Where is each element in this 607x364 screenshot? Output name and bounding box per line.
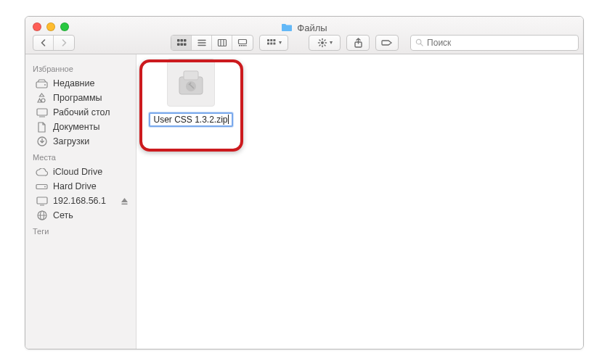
documents-icon [36, 122, 48, 132]
folder-icon [281, 23, 293, 32]
sidebar-item-label: Документы [53, 122, 99, 132]
sidebar-item-desktop[interactable]: Рабочий стол [25, 105, 136, 120]
window-title: Файлы [25, 21, 583, 34]
share-button[interactable] [346, 35, 370, 51]
clock-drive-icon [36, 78, 48, 88]
view-columns-button[interactable] [212, 36, 232, 50]
svg-rect-37 [37, 109, 47, 115]
sidebar-item-network[interactable]: Сеть [25, 208, 136, 223]
svg-rect-44 [122, 203, 128, 204]
sidebar-item-harddrive[interactable]: Hard Drive [25, 179, 136, 194]
file-icon [167, 59, 215, 107]
view-icons-button[interactable] [171, 36, 192, 50]
svg-line-30 [319, 45, 320, 46]
cloud-icon [36, 167, 48, 177]
tags-button[interactable] [375, 35, 399, 51]
file-name-text: User CSS 1.3.2.zip [153, 115, 227, 125]
window-body: Избранное Недавние Программы Рабочий сто… [25, 54, 583, 349]
svg-rect-20 [267, 42, 269, 44]
svg-rect-50 [184, 71, 198, 80]
search-icon [415, 38, 423, 47]
monitor-icon [36, 196, 48, 206]
svg-rect-12 [239, 39, 247, 44]
sidebar-item-apps[interactable]: Программы [25, 91, 136, 105]
svg-rect-19 [273, 39, 275, 41]
eject-icon[interactable] [121, 197, 129, 205]
arrange-button[interactable]: ▾ [259, 35, 288, 51]
sidebar: Избранное Недавние Программы Рабочий сто… [25, 54, 137, 349]
svg-line-31 [325, 40, 325, 41]
svg-rect-18 [270, 39, 272, 41]
svg-rect-21 [270, 42, 272, 44]
svg-rect-13 [239, 45, 240, 46]
svg-rect-42 [37, 197, 47, 204]
sidebar-item-label: Программы [53, 93, 102, 103]
svg-rect-4 [180, 43, 183, 46]
content-area[interactable]: User CSS 1.3.2.zip [137, 54, 583, 349]
downloads-icon [36, 136, 48, 146]
forward-button[interactable] [54, 36, 74, 50]
titlebar: Файлы ▾ ▾ [25, 17, 583, 54]
search-field[interactable] [410, 35, 579, 51]
sidebar-item-label: Недавние [53, 78, 94, 88]
sidebar-item-label: Загрузки [53, 136, 89, 146]
svg-line-28 [319, 40, 320, 41]
apps-icon [36, 93, 48, 103]
text-cursor [228, 115, 229, 124]
window-title-text: Файлы [297, 22, 327, 33]
sidebar-section-header: Избранное [25, 60, 136, 76]
sidebar-item-label: 192.168.56.1 [53, 196, 106, 206]
svg-point-36 [44, 84, 46, 86]
sidebar-item-label: Рабочий стол [53, 107, 110, 117]
chevron-down-icon: ▾ [330, 39, 333, 46]
svg-rect-22 [273, 42, 275, 44]
chevron-down-icon: ▾ [279, 39, 282, 46]
search-input[interactable] [427, 38, 574, 48]
svg-rect-15 [243, 45, 245, 46]
svg-rect-0 [177, 39, 180, 42]
back-button[interactable] [33, 36, 54, 50]
svg-rect-16 [245, 45, 247, 46]
nav-buttons [33, 35, 75, 51]
sidebar-section-header: Места [25, 149, 136, 165]
sidebar-item-downloads[interactable]: Загрузки [25, 134, 136, 149]
network-icon [36, 210, 48, 220]
svg-rect-3 [177, 43, 180, 46]
sidebar-item-recents[interactable]: Недавние [25, 76, 136, 91]
svg-point-33 [416, 39, 420, 44]
svg-line-29 [325, 45, 325, 46]
svg-rect-5 [184, 43, 187, 46]
disk-icon [36, 181, 48, 191]
finder-window: Файлы ▾ ▾ [25, 16, 584, 349]
sidebar-item-label: Hard Drive [53, 181, 97, 191]
file-item[interactable]: User CSS 1.3.2.zip [144, 59, 238, 127]
svg-rect-17 [267, 39, 269, 41]
svg-rect-1 [180, 39, 183, 42]
svg-rect-14 [241, 45, 243, 46]
svg-line-34 [420, 44, 423, 46]
view-mode-buttons [171, 35, 253, 51]
view-list-button[interactable] [192, 36, 212, 50]
sidebar-item-documents[interactable]: Документы [25, 120, 136, 134]
file-name-input[interactable]: User CSS 1.3.2.zip [149, 112, 232, 127]
desktop-icon [36, 107, 48, 117]
action-button[interactable]: ▾ [309, 35, 341, 51]
svg-point-23 [321, 41, 324, 44]
sidebar-item-server[interactable]: 192.168.56.1 [25, 194, 136, 208]
sidebar-item-label: Сеть [53, 210, 73, 220]
svg-rect-9 [218, 39, 226, 46]
sidebar-section-header: Теги [25, 223, 136, 239]
svg-rect-2 [184, 39, 187, 42]
svg-point-41 [44, 186, 46, 187]
sidebar-item-icloud[interactable]: iCloud Drive [25, 165, 136, 179]
view-gallery-button[interactable] [232, 36, 253, 50]
sidebar-item-label: iCloud Drive [53, 167, 102, 177]
